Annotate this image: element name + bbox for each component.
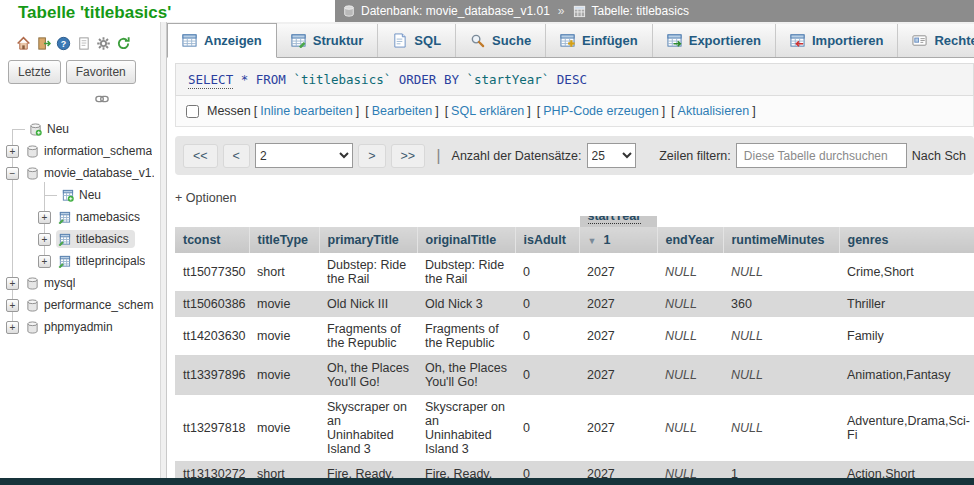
last-page-button[interactable]: >> [391, 144, 426, 168]
tree-connector [44, 195, 57, 196]
search-icon [470, 33, 485, 48]
tab-struktur[interactable]: Struktur [277, 24, 379, 57]
cell-startyear: 2027 [579, 292, 657, 317]
privileges-icon [912, 33, 927, 48]
console-bar[interactable] [0, 478, 974, 485]
cell-endyear: NULL [657, 395, 723, 462]
expand-icon[interactable]: + [38, 233, 51, 246]
database-tree: Neu+information_schema−movie_database_v1… [0, 118, 160, 338]
cell-endyear: NULL [657, 462, 723, 479]
sidebar-resize-handle[interactable] [160, 22, 167, 478]
help-icon[interactable]: ? [56, 36, 71, 51]
prev-page-button[interactable]: < [223, 144, 250, 168]
expand-icon[interactable]: + [6, 277, 19, 290]
column-header-titletype[interactable]: titleType [249, 227, 319, 253]
cell-primarytitle: Fire, Ready, [319, 462, 417, 479]
rows-count-select[interactable]: 25 [587, 143, 637, 168]
tree-item-movie-database-v1-01[interactable]: −movie_database_v1.01 [0, 162, 160, 184]
bracket: ] [356, 104, 359, 118]
tab-importieren[interactable]: Importieren [776, 24, 899, 57]
tab-label: Importieren [812, 33, 884, 48]
tree-item-performance-schema[interactable]: +performance_schema [0, 294, 160, 316]
table-row: tt14203630movieFragments of the Republic… [175, 317, 974, 356]
expand-icon[interactable]: + [38, 255, 51, 268]
sidebar-button-letzte[interactable]: Letzte [8, 60, 61, 84]
breadcrumb-table[interactable]: Tabelle: titlebasics [592, 4, 689, 18]
bracket: [ [537, 104, 540, 118]
action-link-inline-bearbeiten[interactable]: Inline bearbeiten [260, 104, 352, 118]
page-select[interactable]: 2 [255, 143, 353, 168]
tree-item-phpmyadmin[interactable]: +phpmyadmin [0, 316, 160, 338]
tab-suche[interactable]: Suche [456, 24, 546, 57]
refresh-icon[interactable] [116, 36, 131, 51]
table-icon [58, 211, 71, 224]
cell-originaltitle: Skyscraper on an Uninhabited Island 3 [417, 395, 515, 462]
tab-rechte[interactable]: Rechte [898, 24, 974, 57]
first-page-button[interactable]: << [183, 144, 218, 168]
action-link-bearbeiten[interactable]: Bearbeiten [372, 104, 432, 118]
profiling-checkbox[interactable] [186, 105, 199, 118]
tab-exportieren[interactable]: Exportieren [653, 24, 776, 57]
tree-item-neu[interactable]: Neu [0, 118, 160, 140]
table-row: tt15077350shortDubstep: Ride the RailDub… [175, 253, 974, 292]
column-header-primarytitle[interactable]: primaryTitle [319, 227, 417, 253]
tab-sql[interactable]: SQL [378, 24, 456, 57]
breadcrumb-database[interactable]: Datenbank: movie_database_v1.01 [361, 4, 550, 18]
cell-genres: Adventure,Drama,Sci-Fi [839, 395, 974, 462]
docs-icon[interactable] [76, 36, 91, 51]
column-header-originaltitle[interactable]: originalTitle [417, 227, 515, 253]
expand-icon[interactable]: + [6, 145, 19, 158]
column-header-genres[interactable]: genres [839, 227, 974, 253]
tab-einfuegen[interactable]: Einfügen [546, 24, 653, 57]
insert-icon [560, 33, 575, 48]
options-toggle-link[interactable]: + Optionen [175, 191, 237, 205]
tree-item-titlebasics[interactable]: +titlebasics [0, 228, 160, 250]
gear-icon[interactable] [96, 36, 111, 51]
cell-isadult: 0 [515, 462, 579, 479]
cell-originaltitle: Dubstep: Ride the Rail [417, 253, 515, 292]
table-icon [58, 233, 71, 246]
expand-icon[interactable]: + [38, 211, 51, 224]
collapse-icon[interactable]: − [6, 167, 19, 180]
table-icon [573, 5, 586, 18]
tree-item-mysql[interactable]: +mysql [0, 272, 160, 294]
breadcrumb: Datenbank: movie_database_v1.01 » Tabell… [335, 0, 974, 22]
column-header-startyear[interactable]: startYear▼1 [579, 227, 657, 253]
tab-anzeigen[interactable]: Anzeigen [167, 23, 277, 58]
column-header-tconst[interactable]: tconst [175, 227, 249, 253]
action-link-php-code-erzeugen[interactable]: PHP-Code erzeugen [543, 104, 658, 118]
tree-item-namebasics[interactable]: +namebasics [0, 206, 160, 228]
action-link-sql-erkl-ren[interactable]: SQL erklären [451, 104, 524, 118]
link-with-main-icon[interactable] [95, 92, 109, 109]
tree-item-label: namebasics [76, 210, 140, 224]
bracket: ] [527, 104, 530, 118]
table-row: tt15060386movieOld Nick IIIOld Nick 3020… [175, 292, 974, 317]
cell-isadult: 0 [515, 253, 579, 292]
tree-item-titleprincipals[interactable]: +titleprincipals [0, 250, 160, 272]
column-header-runtimeminutes[interactable]: runtimeMinutes [723, 227, 839, 253]
expand-icon[interactable]: + [6, 299, 19, 312]
tree-item-label: information_schema [44, 144, 152, 158]
column-header-isadult[interactable]: isAdult [515, 227, 579, 253]
exit-icon[interactable] [36, 36, 51, 51]
table-filter-input[interactable] [736, 143, 907, 168]
cell-originaltitle: Fire, Ready, [417, 462, 515, 479]
table-new-icon [61, 189, 74, 202]
cell-primarytitle: Old Nick III [319, 292, 417, 317]
column-header-endyear[interactable]: endYear [657, 227, 723, 253]
tree-item-neu[interactable]: Neu [0, 184, 160, 206]
filter-label: Zeilen filtern: [659, 149, 731, 163]
cell-startyear: 2027 [579, 462, 657, 479]
cell-tconst: tt13130272 [175, 462, 249, 479]
home-icon[interactable] [16, 36, 31, 51]
results-table: tconsttitleTypeprimaryTitleoriginalTitle… [175, 227, 974, 478]
expand-icon[interactable]: + [6, 321, 19, 334]
pagination-bar: << < 2 > >> | Anzahl der Datensätze: 25 … [175, 136, 974, 175]
action-link-aktualisieren[interactable]: Aktualisieren [678, 104, 750, 118]
structure-icon [291, 33, 306, 48]
svg-text:?: ? [61, 39, 66, 49]
sql-icon [392, 33, 407, 48]
next-page-button[interactable]: > [358, 144, 385, 168]
sidebar-button-favoriten[interactable]: Favoriten [66, 60, 136, 84]
tree-item-information-schema[interactable]: +information_schema [0, 140, 160, 162]
